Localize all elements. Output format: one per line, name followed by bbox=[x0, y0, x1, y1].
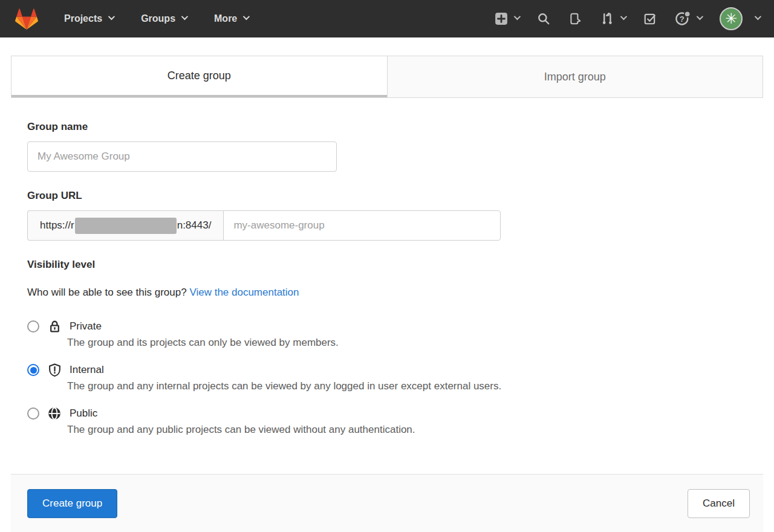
group-url-label: Group URL bbox=[27, 190, 747, 202]
user-menu-button[interactable]: ✳ bbox=[720, 7, 759, 30]
public-radio[interactable] bbox=[27, 407, 39, 420]
group-url-prefix: https://rn:8443/ bbox=[27, 210, 223, 241]
visibility-option-private: Private The group and its projects can o… bbox=[27, 319, 747, 349]
chevron-down-icon bbox=[181, 13, 188, 20]
chevron-down-icon bbox=[514, 13, 521, 20]
visibility-option-public: Public The group and any public projects… bbox=[27, 406, 747, 436]
main-nav: Projects Groups More bbox=[64, 13, 248, 24]
help-menu-button[interactable]: ? bbox=[675, 11, 701, 27]
merge-request-icon bbox=[600, 11, 614, 26]
visibility-option-head: Internal bbox=[27, 363, 747, 377]
group-name-label: Group name bbox=[27, 121, 747, 133]
create-group-button[interactable]: Create group bbox=[27, 489, 117, 518]
todos-button[interactable] bbox=[643, 12, 657, 25]
private-radio[interactable] bbox=[27, 320, 39, 332]
page: Projects Groups More bbox=[0, 0, 774, 532]
shield-icon bbox=[47, 363, 62, 377]
group-url-input[interactable] bbox=[223, 210, 501, 241]
public-option-label[interactable]: Public bbox=[70, 407, 97, 420]
chevron-down-icon bbox=[755, 13, 761, 20]
view-documentation-link[interactable]: View the documentation bbox=[189, 287, 299, 298]
chevron-down-icon bbox=[243, 13, 250, 20]
private-option-label[interactable]: Private bbox=[70, 320, 102, 332]
visibility-level-label: Visibility level bbox=[27, 259, 747, 271]
visibility-option-head: Public bbox=[27, 406, 747, 421]
group-tabs: Create group Import group bbox=[11, 56, 763, 98]
chevron-down-icon bbox=[108, 13, 115, 20]
plus-square-icon bbox=[495, 12, 508, 25]
private-option-description: The group and its projects can only be v… bbox=[67, 337, 747, 349]
form-actions: Create group Cancel bbox=[11, 474, 763, 532]
new-menu-button[interactable] bbox=[495, 12, 519, 25]
url-prefix-start: https://r bbox=[40, 219, 74, 232]
chevron-down-icon bbox=[697, 13, 703, 20]
nav-item-label: More bbox=[214, 13, 237, 24]
nav-item-groups[interactable]: Groups bbox=[141, 13, 186, 24]
top-navbar: Projects Groups More bbox=[0, 0, 774, 37]
avatar: ✳ bbox=[720, 7, 743, 30]
cancel-button[interactable]: Cancel bbox=[688, 489, 750, 518]
public-option-description: The group and any public projects can be… bbox=[67, 424, 747, 436]
visibility-option-head: Private bbox=[27, 319, 747, 334]
group-name-input[interactable] bbox=[27, 141, 337, 172]
nav-item-label: Projects bbox=[64, 13, 102, 24]
tab-label: Create group bbox=[167, 70, 231, 82]
globe-icon bbox=[47, 406, 62, 421]
search-icon bbox=[537, 12, 550, 25]
issues-button[interactable] bbox=[568, 12, 582, 25]
navbar-actions: ? ✳ bbox=[495, 7, 759, 30]
search-button[interactable] bbox=[537, 12, 550, 25]
internal-radio[interactable] bbox=[27, 364, 39, 376]
create-group-form: Group name Group URL https://rn:8443/ Vi… bbox=[0, 98, 774, 474]
tab-import-group[interactable]: Import group bbox=[387, 56, 763, 97]
internal-option-label[interactable]: Internal bbox=[70, 364, 104, 376]
nav-item-more[interactable]: More bbox=[214, 13, 248, 24]
gitlab-logo-icon[interactable] bbox=[15, 7, 39, 31]
internal-option-description: The group and any internal projects can … bbox=[67, 380, 747, 392]
nav-item-label: Groups bbox=[141, 13, 175, 24]
issues-icon bbox=[568, 12, 582, 25]
redacted-url-segment bbox=[75, 218, 177, 234]
merge-requests-button[interactable] bbox=[600, 11, 625, 26]
notification-dot bbox=[685, 11, 690, 17]
chevron-down-icon bbox=[620, 13, 627, 20]
help-icon: ? bbox=[675, 11, 691, 27]
svg-text:?: ? bbox=[680, 15, 685, 24]
visibility-help-text: Who will be able to see this group? View… bbox=[27, 287, 747, 299]
visibility-help-question: Who will be able to see this group? bbox=[27, 287, 187, 298]
nav-item-projects[interactable]: Projects bbox=[64, 13, 113, 24]
todos-check-icon bbox=[643, 12, 657, 25]
tab-label: Import group bbox=[544, 71, 606, 83]
visibility-option-internal: Internal The group and any internal proj… bbox=[27, 363, 747, 392]
tab-create-group[interactable]: Create group bbox=[11, 56, 387, 97]
lock-icon bbox=[47, 319, 62, 334]
url-prefix-end: n:8443/ bbox=[177, 219, 212, 232]
group-url-input-group: https://rn:8443/ bbox=[27, 210, 501, 241]
